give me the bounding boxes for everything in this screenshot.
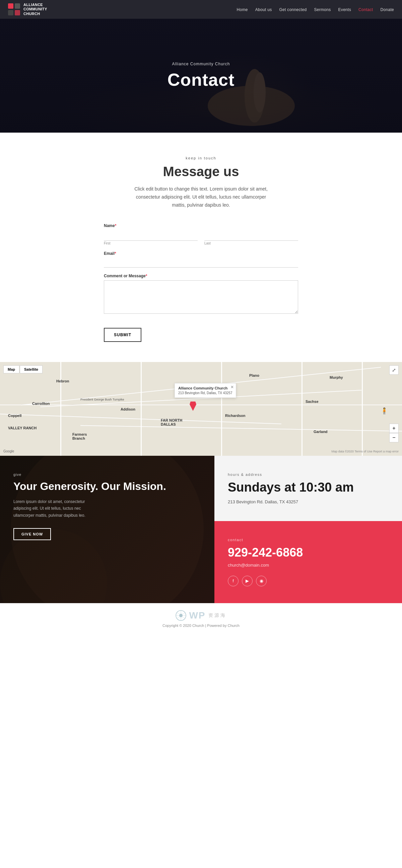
resources-text: 资源海 (208, 613, 226, 619)
nav-contact[interactable]: Contact (359, 7, 373, 12)
map-popup-address: 213 Bevington Rd, Dallas, TX 43257 (178, 391, 233, 395)
map-person-icon[interactable]: 🧍 (380, 407, 388, 414)
map-google-logo: Google (3, 450, 14, 453)
map-city-carrollton: Carrollton (32, 402, 50, 406)
nav-home[interactable]: Home (237, 7, 248, 12)
first-name-group: First (104, 230, 198, 245)
message-group: Comment or Message* (104, 274, 298, 315)
email-group: Email* (104, 251, 298, 268)
generosity-section: give Your Generosity. Our Mission. Lorem… (0, 456, 214, 603)
nav-links: Home About us Get connected Sermons Even… (237, 6, 394, 12)
map-area[interactable]: Hebron Plano Murphy Carrollton Addison F… (0, 362, 402, 456)
contact-form: Name* First Last Email* Comment or Messa… (104, 222, 298, 342)
logo-link[interactable]: Alliance Community Church (8, 3, 47, 16)
navigation: Alliance Community Church Home About us … (0, 0, 402, 19)
nav-events[interactable]: Events (338, 7, 351, 12)
hours-section: hours & address Sundays at 10:30 am 213 … (214, 456, 402, 521)
nav-donate[interactable]: Donate (380, 7, 394, 12)
nav-about[interactable]: About us (255, 7, 272, 12)
wp-text: WP (189, 610, 205, 621)
map-city-sachse: Sachse (306, 400, 318, 404)
section-title: Message us (7, 164, 395, 179)
section-description: Click edit button to change this text. L… (131, 185, 271, 209)
map-zoom-in[interactable]: + (389, 424, 399, 433)
nav-connected[interactable]: Get connected (279, 7, 307, 12)
map-pin-icon (190, 402, 196, 411)
last-name-input[interactable] (204, 230, 298, 241)
map-tab-satellite[interactable]: Satellite (20, 365, 42, 373)
logo-icon (8, 3, 20, 16)
hero-title: Contact (167, 70, 235, 90)
first-name-input[interactable] (104, 230, 198, 241)
contact-tag: contact (228, 538, 389, 542)
footer-copyright: Copyright © 2020 Church | Powered by Chu… (7, 624, 395, 627)
map-section: Hebron Plano Murphy Carrollton Addison F… (0, 362, 402, 456)
submit-button[interactable]: SUBMIT (104, 328, 142, 342)
map-city-farnorth: FAR NORTHDALLAS (161, 418, 182, 426)
map-city-garland: Garland (314, 430, 328, 434)
generosity-title: Your Generosity. Our Mission. (13, 480, 201, 493)
instagram-link[interactable]: ◉ (256, 576, 267, 586)
youtube-link[interactable]: ▶ (242, 576, 253, 586)
map-city-plano: Plano (249, 373, 259, 377)
map-city-richardson: Richardson (225, 413, 246, 417)
map-city-hebron: Hebron (56, 379, 69, 383)
generosity-content: give Your Generosity. Our Mission. Lorem… (13, 472, 201, 540)
map-zoom-controls: + − (389, 424, 399, 442)
right-column: hours & address Sundays at 10:30 am 213 … (214, 456, 402, 603)
wordpress-icon (176, 610, 186, 621)
last-name-group: Last (204, 230, 298, 245)
map-marker (190, 402, 196, 411)
hours-tag: hours & address (228, 472, 389, 476)
generosity-description: Lorem ipsum dolor sit amet, consectetur … (13, 498, 100, 519)
social-links: f ▶ ◉ (228, 576, 389, 586)
give-now-button[interactable]: GIVE NOW (13, 528, 51, 540)
name-row: First Last (104, 230, 298, 245)
map-fullscreen-button[interactable]: ⤢ (389, 365, 399, 375)
facebook-link[interactable]: f (228, 576, 239, 586)
hours-address: 213 Bevington Rd. Dallas, TX 43257 (228, 499, 389, 504)
footer: WP 资源海 Copyright © 2020 Church | Powered… (0, 603, 402, 634)
map-popup-close[interactable]: ✕ (230, 385, 234, 390)
contact-phone: 929-242-6868 (228, 546, 389, 559)
give-tag: give (13, 472, 201, 476)
map-city-coppell: Coppell (8, 413, 22, 417)
map-road-label-1: President George Bush Turnpike (81, 398, 124, 401)
map-popup-title: Alliance Community Church (178, 386, 233, 390)
svg-point-2 (254, 72, 266, 113)
contact-email: church@domain.com (228, 563, 389, 568)
message-label: Comment or Message* (104, 274, 298, 278)
bottom-sections: give Your Generosity. Our Mission. Lorem… (0, 456, 402, 603)
map-controls: Map Satellite (3, 365, 42, 373)
hero-section: Alliance Community Church Contact (0, 19, 402, 133)
hero-subtitle: Alliance Community Church (167, 62, 235, 66)
nav-sermons[interactable]: Sermons (314, 7, 331, 12)
contact-form-section: keep in touch Message us Click edit butt… (0, 133, 402, 362)
map-popup: ✕ Alliance Community Church 213 Bevingto… (175, 383, 236, 398)
hours-time: Sundays at 10:30 am (228, 480, 389, 495)
email-input[interactable] (104, 257, 298, 268)
message-textarea[interactable] (104, 280, 298, 314)
last-label: Last (204, 242, 298, 245)
contact-info-section: contact 929-242-6868 church@domain.com f… (214, 521, 402, 603)
first-label: First (104, 242, 198, 245)
map-city-murphy: Murphy (330, 375, 343, 379)
map-tab-map[interactable]: Map (3, 365, 20, 373)
map-city-farmersbranch: FarmersBranch (72, 432, 87, 440)
hero-content: Alliance Community Church Contact (167, 62, 235, 90)
map-terms: Map data ©2020 Terms of Use Report a map… (331, 450, 399, 453)
name-label: Name* (104, 223, 116, 228)
map-zoom-out[interactable]: − (389, 433, 399, 442)
logo-text: Alliance Community Church (24, 3, 47, 16)
map-city-addison: Addison (121, 407, 135, 411)
section-tag: keep in touch (7, 156, 395, 160)
email-label: Email* (104, 251, 298, 256)
map-city-valleyranch: VALLEY RANCH (8, 426, 36, 430)
